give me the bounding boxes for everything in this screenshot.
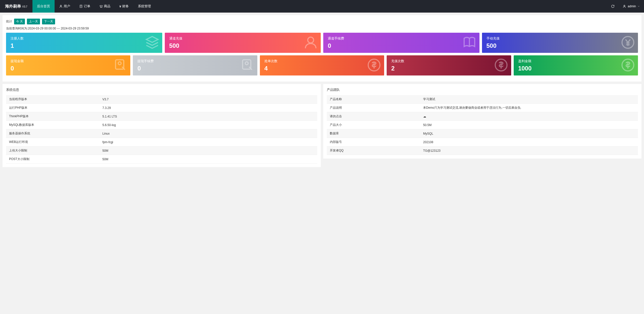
prev-day-button[interactable]: 上一天 xyxy=(27,19,40,24)
dollar-circle-icon xyxy=(367,58,381,73)
table-value: fpm-fcgi xyxy=(99,138,317,146)
svg-point-5 xyxy=(102,7,102,8)
table-value: 50M xyxy=(99,155,317,164)
table-row: 数据库MySQL xyxy=(327,129,638,138)
card-profit-amount: 盈利金额 1000 xyxy=(514,55,638,75)
card-value: 0 xyxy=(11,65,126,72)
layers-icon xyxy=(145,35,159,50)
svg-point-14 xyxy=(245,62,248,65)
card-value: 2 xyxy=(391,65,506,72)
table-row: 产品名称学习测试 xyxy=(327,95,638,104)
system-info-panel: 系统信息 当前程序版本V3.7运行PHP版本7.3.29ThinkPHP版本5.… xyxy=(3,84,321,167)
table-row: 当前程序版本V3.7 xyxy=(6,95,317,104)
table-row: 上传大小限制50M xyxy=(6,146,317,155)
nav-finance[interactable]: ¥ 财务 xyxy=(115,0,133,13)
nav-system-label: 系统管理 xyxy=(138,4,151,9)
table-key: 产品名称 xyxy=(327,95,420,104)
table-key: 运行PHP版本 xyxy=(6,104,99,112)
card-title: 通道手续费 xyxy=(328,36,475,41)
yen-circle-icon xyxy=(621,35,635,50)
table-key: 请勿点击 xyxy=(327,112,420,121)
card-title: 充值次数 xyxy=(391,59,506,63)
user-icon xyxy=(59,5,63,8)
table-key: 开发者QQ xyxy=(327,146,420,155)
card-withdraw-fee: 提现手续费 0 xyxy=(133,55,257,75)
table-value: 202108 xyxy=(420,138,638,146)
today-button[interactable]: 今 天 xyxy=(14,19,25,24)
table-key: ThinkPHP版本 xyxy=(6,112,99,121)
card-manual-recharge: 手动充值 500 xyxy=(482,33,638,53)
card-value: 1 xyxy=(11,42,158,49)
card-title: 抢单次数 xyxy=(264,59,380,63)
card-title: 手动充值 xyxy=(487,36,634,41)
table-value: 50.5M xyxy=(420,121,638,129)
cards-row-1: 注册人数 1 通道充值 500 通道手续费 0 手动充值 500 xyxy=(6,33,638,53)
table-row: ThinkPHP版本5.1.41 LTS xyxy=(6,112,317,121)
svg-point-8 xyxy=(308,37,313,43)
table-key: 上传大小限制 xyxy=(6,146,99,155)
card-withdraw-amount: 提现金额 0 xyxy=(6,55,130,75)
note-edit-icon xyxy=(240,58,254,73)
card-channel-recharge: 通道充值 500 xyxy=(165,33,321,53)
table-row: 运行PHP版本7.3.29 xyxy=(6,104,317,112)
card-value: 0 xyxy=(328,42,475,49)
filter-label: 统计 xyxy=(6,19,12,24)
card-title: 注册人数 xyxy=(11,36,158,41)
nav-system[interactable]: 系统管理 xyxy=(133,0,155,13)
refresh-button[interactable] xyxy=(607,0,619,13)
card-title: 盈利金额 xyxy=(518,59,633,63)
table-key: WEB运行环境 xyxy=(6,138,99,146)
nav-users[interactable]: 用户 xyxy=(55,0,75,13)
top-nav: 海外刷单 V3.7 后台首页 用户 订单 商品 ¥ 财务 系统管理 xyxy=(0,0,644,13)
table-row: 产品大小50.5M xyxy=(327,121,638,129)
next-day-button[interactable]: 下一天 xyxy=(42,19,55,24)
table-value: V3.7 xyxy=(99,95,317,104)
table-key: 产品大小 xyxy=(327,121,420,129)
svg-point-6 xyxy=(624,5,625,6)
nav-home[interactable]: 后台首页 xyxy=(32,0,55,13)
system-info-table: 当前程序版本V3.7运行PHP版本7.3.29ThinkPHP版本5.1.41 … xyxy=(6,95,317,164)
table-row: 产品说明本Demo只为学习测试交流,请勿要做商业或者用于违法行为,一切后果自负. xyxy=(327,104,638,112)
query-time: 当前查询时间为:2024-03-29 00:00:00 --- 2024-03-… xyxy=(6,26,638,31)
table-key: 数据库 xyxy=(327,129,420,138)
book-icon xyxy=(462,35,476,50)
table-row: 请勿点击☁ xyxy=(327,112,638,121)
card-recharge-count: 充值次数 2 xyxy=(387,55,511,75)
cart-icon xyxy=(99,5,103,8)
user-menu[interactable]: admin xyxy=(619,5,644,8)
system-info-title: 系统信息 xyxy=(6,88,317,92)
nav-orders[interactable]: 订单 xyxy=(75,0,95,13)
nav-items: 后台首页 用户 订单 商品 ¥ 财务 系统管理 xyxy=(32,0,155,13)
table-value: ☁ xyxy=(420,112,638,121)
card-grab-count: 抢单次数 4 xyxy=(260,55,384,75)
card-value: 500 xyxy=(487,42,634,49)
table-row: 服务器操作系统Linux xyxy=(6,129,317,138)
content: 统计 今 天 上一天 下一天 当前查询时间为:2024-03-29 00:00:… xyxy=(0,13,644,170)
svg-point-0 xyxy=(60,5,61,6)
table-value: 50M xyxy=(99,146,317,155)
table-row: POST大小限制50M xyxy=(6,155,317,164)
team-panel: 产品团队 产品名称学习测试产品说明本Demo只为学习测试交流,请勿要做商业或者用… xyxy=(323,84,641,159)
user-icon xyxy=(623,5,626,8)
refresh-icon xyxy=(611,5,615,8)
svg-point-4 xyxy=(100,7,101,8)
card-channel-fee: 通道手续费 0 xyxy=(323,33,479,53)
table-key: 服务器操作系统 xyxy=(6,129,99,138)
table-value: 5.1.41 LTS xyxy=(99,112,317,121)
card-title: 通道充值 xyxy=(169,36,316,41)
card-register-count: 注册人数 1 xyxy=(6,33,162,53)
table-row: 开发者QQTG@123123 xyxy=(327,146,638,155)
table-value: Linux xyxy=(99,129,317,138)
card-title: 提现金额 xyxy=(11,59,126,63)
cards-row-2: 提现金额 0 提现手续费 0 抢单次数 4 充值次数 2 盈利金额 10 xyxy=(6,55,638,75)
table-value: 7.3.29 xyxy=(99,104,317,112)
note-edit-icon xyxy=(113,58,127,73)
dollar-circle-icon xyxy=(494,58,508,73)
nav-products[interactable]: 商品 xyxy=(95,0,115,13)
dashboard-panel: 统计 今 天 上一天 下一天 当前查询时间为:2024-03-29 00:00:… xyxy=(3,15,641,82)
table-row: 内部版号202108 xyxy=(327,138,638,146)
card-value: 500 xyxy=(169,42,316,49)
nav-users-label: 用户 xyxy=(64,4,70,9)
info-columns: 系统信息 当前程序版本V3.7运行PHP版本7.3.29ThinkPHP版本5.… xyxy=(3,84,641,167)
card-title: 提现手续费 xyxy=(137,59,253,63)
